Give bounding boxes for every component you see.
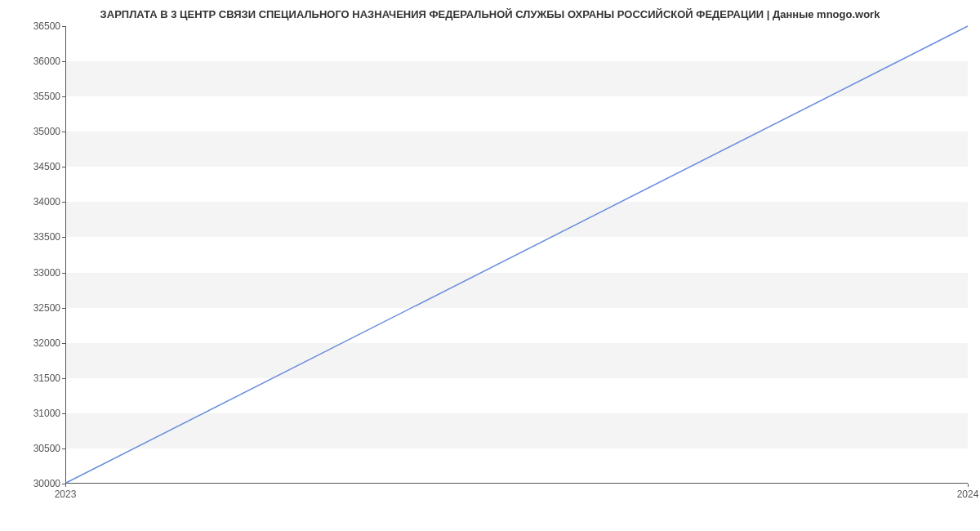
- x-tick-mark: [65, 484, 66, 487]
- y-tick-label: 30500: [3, 443, 60, 454]
- y-tick-mark: [62, 132, 65, 132]
- y-tick-mark: [62, 26, 65, 27]
- y-tick-mark: [62, 273, 65, 274]
- data-line: [66, 26, 968, 483]
- x-tick-label: 2023: [55, 489, 77, 500]
- y-tick-label: 32000: [3, 337, 60, 349]
- y-tick-label: 35500: [3, 91, 60, 102]
- y-tick-mark: [62, 448, 65, 449]
- series-line: [66, 26, 968, 483]
- y-tick-label: 31500: [3, 373, 60, 384]
- y-tick-label: 34500: [3, 161, 60, 172]
- y-tick-label: 32500: [3, 302, 60, 314]
- plot-area: [65, 26, 968, 484]
- y-tick-label: 30000: [3, 478, 60, 489]
- y-tick-label: 36000: [3, 56, 60, 67]
- y-tick-mark: [62, 61, 65, 62]
- y-tick-label: 31000: [3, 408, 60, 419]
- y-tick-mark: [62, 378, 65, 379]
- y-tick-mark: [62, 413, 65, 414]
- x-tick-label: 2024: [957, 489, 979, 500]
- y-tick-mark: [62, 343, 65, 344]
- y-tick-mark: [62, 202, 65, 203]
- chart-title: ЗАРПЛАТА В 3 ЦЕНТР СВЯЗИ СПЕЦИАЛЬНОГО НА…: [0, 8, 980, 20]
- salary-line-chart: ЗАРПЛАТА В 3 ЦЕНТР СВЯЗИ СПЕЦИАЛЬНОГО НА…: [0, 0, 980, 531]
- y-tick-mark: [62, 237, 65, 238]
- y-tick-label: 33500: [3, 231, 60, 243]
- y-tick-label: 36500: [3, 20, 60, 32]
- y-tick-mark: [62, 308, 65, 309]
- y-tick-label: 35000: [3, 126, 60, 137]
- x-tick-mark: [968, 484, 969, 487]
- y-tick-mark: [62, 96, 65, 97]
- y-tick-label: 34000: [3, 196, 60, 207]
- y-tick-mark: [62, 167, 65, 167]
- y-tick-label: 33000: [3, 267, 60, 279]
